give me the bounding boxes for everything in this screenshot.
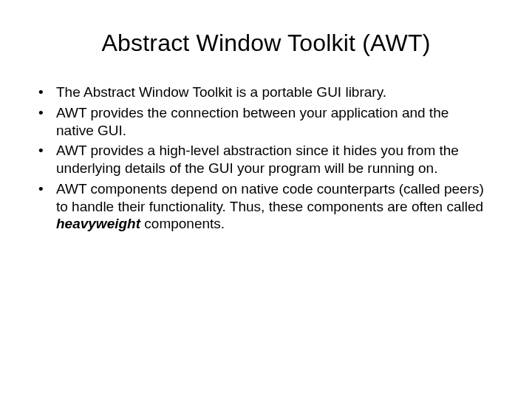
bullet-text-emph: heavyweight [56, 216, 140, 231]
slide: Abstract Window Toolkit (AWT) The Abstra… [0, 0, 532, 399]
list-item: AWT components depend on native code cou… [33, 180, 488, 233]
bullet-list: The Abstract Window Toolkit is a portabl… [30, 83, 502, 233]
bullet-text: The Abstract Window Toolkit is a portabl… [56, 84, 386, 100]
list-item: The Abstract Window Toolkit is a portabl… [33, 83, 488, 101]
bullet-text: AWT provides the connection between your… [56, 105, 449, 138]
list-item: AWT provides a high-level abstraction si… [33, 142, 488, 177]
bullet-text: AWT provides a high-level abstraction si… [56, 143, 459, 176]
slide-title: Abstract Window Toolkit (AWT) [30, 30, 502, 57]
bullet-text-suffix: components. [140, 216, 225, 231]
list-item: AWT provides the connection between your… [33, 104, 488, 140]
bullet-text-prefix: AWT components depend on native code cou… [56, 181, 484, 214]
